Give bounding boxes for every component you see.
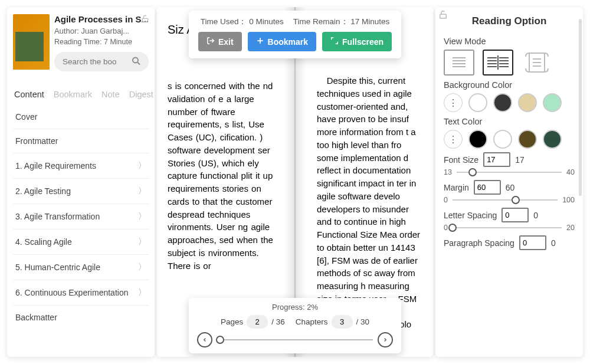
bg-swatch-sepia[interactable]: [518, 93, 537, 112]
chevron-right-icon: 〉: [138, 211, 146, 222]
bg-swatch-mint[interactable]: [543, 93, 562, 112]
view-mode-scroll[interactable]: [522, 50, 552, 76]
time-used-value: 0 Minutes: [249, 17, 284, 26]
book-cover[interactable]: [13, 14, 50, 80]
toc-item[interactable]: 2. Agile Testing〉: [13, 179, 149, 204]
chapter-input[interactable]: [332, 315, 353, 329]
slider-thumb[interactable]: [448, 224, 457, 232]
text-swatches: ⋮: [444, 130, 575, 149]
tab-note[interactable]: Note: [101, 90, 120, 99]
toc-label: 1. Agile Requirements: [15, 161, 96, 170]
margin-min: 0: [444, 196, 448, 204]
exit-label: Exit: [218, 37, 234, 47]
toc-item[interactable]: Cover: [13, 105, 149, 129]
margin-max: 100: [562, 196, 575, 204]
margin-range: 0 100: [444, 196, 575, 204]
toc-list: Cover Frontmatter 1. Agile Requirements〉…: [13, 105, 149, 329]
text-swatch-white[interactable]: [493, 130, 512, 149]
toc-item[interactable]: Frontmatter: [13, 129, 149, 153]
letter-spacing-range: 0 20: [444, 224, 575, 232]
bg-color-label: Background Color: [444, 80, 575, 90]
chevron-right-icon: 〉: [138, 237, 146, 247]
font-size-input[interactable]: [483, 152, 510, 167]
exit-button[interactable]: Exit: [198, 32, 242, 51]
chevron-right-icon: 〉: [138, 287, 146, 298]
toc-item[interactable]: 1. Agile Requirements〉: [13, 153, 149, 179]
bookmark-button[interactable]: Bookmark: [248, 32, 316, 51]
bg-swatch-dark[interactable]: [493, 93, 512, 112]
svg-rect-6: [440, 14, 447, 18]
text-swatch-brown[interactable]: [518, 130, 537, 149]
bookmark-label: Bookmark: [268, 37, 308, 47]
fullscreen-button[interactable]: Fullscreen: [322, 32, 392, 51]
search-icon[interactable]: [131, 55, 142, 68]
next-page-button[interactable]: [378, 332, 393, 347]
font-size-max: 40: [566, 168, 575, 176]
prev-page-button[interactable]: [197, 332, 212, 347]
page-controls: Pages / 36 Chapters / 30: [221, 315, 369, 329]
search-box: [54, 52, 149, 71]
time-remain-label: Time Remain：: [293, 17, 349, 26]
letter-spacing-slider[interactable]: [453, 227, 562, 228]
top-toolbar: Time Used： 0 Minutes Time Remain： 17 Min…: [189, 11, 401, 58]
toc-label: Frontmatter: [15, 136, 58, 146]
font-size-label: Font Size: [444, 155, 478, 165]
toc-item[interactable]: 3. Agile Transformation〉: [13, 204, 149, 229]
unlock-icon[interactable]: [438, 9, 448, 22]
paragraph-spacing-row: Paragraph Spacing 0: [444, 235, 575, 250]
more-text-colors-button[interactable]: ⋮: [444, 130, 463, 149]
time-remain-value: 17 Minutes: [350, 17, 389, 26]
time-used-label: Time Used：: [201, 17, 247, 26]
unlock-icon[interactable]: [140, 14, 150, 26]
more-colors-button[interactable]: ⋮: [444, 93, 463, 112]
scrollbar[interactable]: [579, 19, 582, 196]
tab-bookmark[interactable]: Bookmark: [54, 90, 92, 99]
exit-icon: [206, 37, 215, 47]
toc-label: 6. Continuous Experimentation: [15, 288, 128, 297]
svg-rect-2: [142, 18, 148, 22]
chapters-label: Chapters: [296, 317, 328, 326]
toc-item[interactable]: 6. Continuous Experimentation〉: [13, 280, 149, 306]
pages-label: Pages: [221, 317, 243, 326]
view-mode-double[interactable]: [483, 50, 513, 76]
chapters-total: / 30: [356, 317, 370, 326]
fullscreen-label: Fullscreen: [342, 37, 384, 47]
reading-time: Reading Time: 7 Minute: [54, 38, 149, 46]
svg-point-0: [133, 57, 138, 63]
letter-spacing-input[interactable]: [502, 208, 529, 222]
font-size-min: 13: [444, 168, 452, 176]
toc-item[interactable]: Backmatter: [13, 306, 149, 329]
page-slider[interactable]: [217, 339, 373, 340]
view-mode-label: View Mode: [444, 37, 575, 46]
page-input[interactable]: [247, 315, 268, 329]
options-title: Reading Option: [444, 15, 575, 27]
margin-label: Margin: [444, 183, 469, 192]
slider-thumb[interactable]: [468, 168, 477, 176]
margin-row: Margin 60: [444, 180, 575, 195]
bg-swatch-white[interactable]: [468, 93, 487, 112]
slider-thumb[interactable]: [216, 336, 224, 344]
paragraph-spacing-input[interactable]: [519, 235, 546, 250]
font-size-slider[interactable]: [457, 172, 562, 173]
text-swatch-green[interactable]: [543, 130, 562, 149]
page-slider-row: [197, 332, 393, 347]
tab-digest[interactable]: Digest: [129, 90, 153, 99]
margin-display: 60: [506, 183, 515, 192]
options-panel: Reading Option View Mode Background Colo…: [435, 7, 583, 357]
slider-thumb[interactable]: [512, 196, 520, 204]
chevron-right-icon: 〉: [138, 160, 146, 171]
sidebar-tabs: Content Bookmark Note Digest: [13, 90, 149, 99]
toc-item[interactable]: 4. Scaling Agile〉: [13, 229, 149, 255]
margin-input[interactable]: [474, 180, 501, 195]
app-root: Agile Processes in S... Author: Juan Gar…: [0, 0, 590, 364]
text-swatch-black[interactable]: [468, 130, 487, 149]
toc-item[interactable]: 5. Human-Centric Agile〉: [13, 255, 149, 280]
font-size-row: Font Size 17: [444, 152, 575, 167]
margin-slider[interactable]: [453, 199, 558, 201]
plus-icon: [256, 37, 264, 47]
bg-swatches: ⋮: [444, 93, 575, 112]
progress-text: Progress: 2%: [272, 303, 318, 311]
tab-content[interactable]: Content: [14, 90, 44, 99]
view-mode-single[interactable]: [444, 50, 474, 76]
font-size-display: 17: [515, 155, 525, 165]
